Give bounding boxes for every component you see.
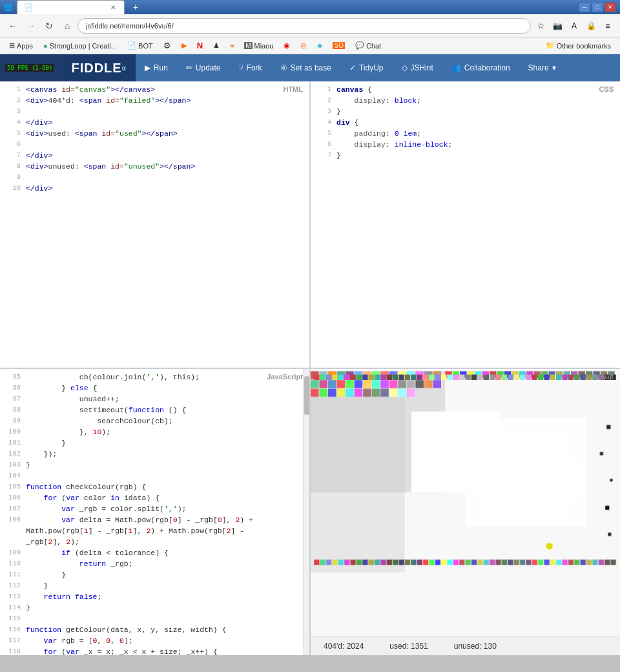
svg-rect-165 bbox=[520, 560, 525, 565]
svg-rect-93 bbox=[447, 375, 452, 380]
tab-close-button[interactable]: ✕ bbox=[108, 3, 118, 12]
svg-rect-36 bbox=[328, 389, 336, 397]
bookmark-miaou[interactable]: M Miaou bbox=[240, 41, 277, 51]
screenshot-icon[interactable]: 📷 bbox=[550, 19, 564, 33]
js-code-editor[interactable]: 95 cb(colour.join(','), this); 96 } else… bbox=[0, 369, 309, 655]
forward-button[interactable]: → bbox=[23, 18, 39, 34]
code-line: 107 var _rgb = color.split(','); bbox=[0, 503, 302, 514]
address-bar[interactable] bbox=[78, 18, 531, 34]
svg-rect-137 bbox=[350, 560, 355, 565]
refresh-button[interactable]: ↻ bbox=[41, 18, 57, 34]
svg-rect-115 bbox=[581, 375, 586, 380]
bookmark-chat[interactable]: 💬 Chat bbox=[351, 40, 385, 51]
svg-rect-87 bbox=[411, 375, 416, 380]
star-icon[interactable]: ☆ bbox=[533, 19, 548, 33]
js-scrollbar[interactable] bbox=[303, 369, 309, 655]
result-panel: Result bbox=[311, 369, 620, 655]
svg-rect-136 bbox=[344, 560, 349, 565]
svg-rect-160 bbox=[490, 560, 495, 565]
bookmark-ask[interactable]: ≈ bbox=[226, 41, 238, 51]
netflix-icon: N bbox=[197, 41, 203, 50]
home-button[interactable]: ⌂ bbox=[59, 18, 75, 34]
code-line: 110 return _rgb; bbox=[0, 558, 302, 569]
bookmark-strongloop-label: StrongLoop | Creati... bbox=[50, 42, 117, 50]
svg-rect-116 bbox=[586, 375, 592, 380]
svg-rect-112 bbox=[562, 375, 567, 380]
bookmark-bot[interactable]: 📄 BOT bbox=[123, 40, 157, 51]
close-button[interactable]: ✕ bbox=[604, 2, 616, 12]
translate-icon[interactable]: A bbox=[567, 19, 581, 33]
set-as-base-button[interactable]: ④ Set as base bbox=[271, 54, 340, 81]
code-line: 113 return false; bbox=[0, 591, 302, 602]
title-bar: 🌐 📄 Edit fiddle - JSFiddle ✕ + ─ □ ✕ bbox=[0, 0, 620, 14]
svg-rect-131 bbox=[314, 560, 319, 565]
jshint-button[interactable]: ◇ JSHint bbox=[393, 54, 442, 81]
bookmark-strongloop[interactable]: ● StrongLoop | Creati... bbox=[39, 41, 121, 51]
html-code-editor[interactable]: 1<canvas id="canvas"></canvas> 2<div>404… bbox=[0, 81, 309, 368]
bookmark-steam[interactable]: ♟ bbox=[209, 40, 223, 51]
back-button[interactable]: ← bbox=[5, 18, 21, 34]
svg-rect-82 bbox=[380, 375, 386, 380]
bookmark-reddit[interactable]: ◎ bbox=[296, 40, 311, 51]
code-line: 6 bbox=[0, 139, 309, 150]
svg-rect-96 bbox=[466, 375, 471, 380]
svg-rect-27 bbox=[398, 380, 406, 388]
collaboration-button[interactable]: 👥 Collaboration bbox=[442, 54, 519, 81]
css-code-editor[interactable]: 1canvas { 2 display: block; 3} 4div { 5 … bbox=[311, 81, 620, 368]
svg-rect-111 bbox=[556, 375, 561, 380]
svg-rect-19 bbox=[328, 380, 336, 388]
bookmark-pocket[interactable]: ◉ bbox=[280, 40, 294, 51]
new-tab-button[interactable]: + bbox=[127, 1, 144, 13]
svg-rect-94 bbox=[453, 375, 459, 380]
svg-rect-39 bbox=[355, 389, 362, 397]
svg-rect-159 bbox=[484, 560, 489, 565]
folder-icon: 📁 bbox=[546, 41, 555, 50]
bookmark-other[interactable]: 📁 Other bookmarks bbox=[542, 40, 615, 51]
fork-button[interactable]: ⑂ Fork bbox=[230, 54, 271, 81]
nav-bar: ← → ↻ ⌂ ☆ 📷 A 🔒 ≡ bbox=[0, 14, 620, 37]
active-tab[interactable]: 📄 Edit fiddle - JSFiddle ✕ bbox=[17, 0, 125, 14]
svg-rect-71 bbox=[314, 375, 319, 380]
update-icon: ✏ bbox=[186, 63, 192, 72]
scrollbar-thumb[interactable] bbox=[304, 376, 309, 415]
menu-icon[interactable]: ≡ bbox=[601, 19, 615, 33]
code-line: 3 bbox=[0, 106, 309, 117]
bookmarks-bar: ⊞ Apps ● StrongLoop | Creati... 📄 BOT ⚙ … bbox=[0, 37, 620, 54]
share-button[interactable]: Share ▾ bbox=[519, 54, 565, 81]
svg-rect-30 bbox=[424, 380, 432, 388]
svg-rect-22 bbox=[355, 380, 362, 388]
svg-rect-99 bbox=[484, 375, 489, 380]
svg-rect-155 bbox=[459, 560, 464, 565]
svg-rect-142 bbox=[380, 560, 386, 565]
run-button[interactable]: ▶ Run bbox=[136, 54, 177, 81]
svg-rect-38 bbox=[346, 389, 353, 397]
code-line: 96 } else { bbox=[0, 383, 302, 394]
maximize-button[interactable]: □ bbox=[592, 2, 603, 12]
svg-rect-166 bbox=[526, 560, 531, 565]
editor-area: HTML 1<canvas id="canvas"></canvas> 2<di… bbox=[0, 81, 620, 655]
bookmark-so[interactable]: SO bbox=[329, 41, 348, 50]
bookmark-play[interactable]: ▶ bbox=[178, 40, 191, 51]
bookmark-netflix[interactable]: N bbox=[193, 39, 207, 52]
run-label: Run bbox=[154, 63, 168, 72]
svg-rect-140 bbox=[369, 560, 374, 565]
svg-rect-158 bbox=[477, 560, 482, 565]
code-line: 10</div> bbox=[0, 183, 309, 194]
svg-rect-134 bbox=[332, 560, 337, 565]
bookmark-apps[interactable]: ⊞ Apps bbox=[5, 40, 37, 51]
status-unused: unused: 130 bbox=[454, 642, 497, 651]
fps-area: 59 FPS (1-60) bbox=[0, 54, 62, 81]
svg-rect-29 bbox=[415, 380, 423, 388]
svg-rect-26 bbox=[389, 380, 397, 388]
tidy-up-button[interactable]: ✓ TidyUp bbox=[340, 54, 393, 81]
minimize-button[interactable]: ─ bbox=[579, 2, 590, 12]
security-icon[interactable]: 🔒 bbox=[584, 19, 598, 33]
bookmark-sketchfab[interactable]: ◈ bbox=[313, 40, 326, 51]
code-line: 1canvas { bbox=[311, 84, 620, 95]
tab-title: Edit fiddle - JSFiddle bbox=[37, 4, 102, 12]
update-button[interactable]: ✏ Update bbox=[177, 54, 230, 81]
svg-rect-79 bbox=[362, 375, 367, 380]
svg-rect-127 bbox=[610, 479, 612, 481]
bookmark-github[interactable]: ⚙ bbox=[160, 39, 175, 52]
code-line: 95 cb(colour.join(','), this); bbox=[0, 372, 302, 383]
